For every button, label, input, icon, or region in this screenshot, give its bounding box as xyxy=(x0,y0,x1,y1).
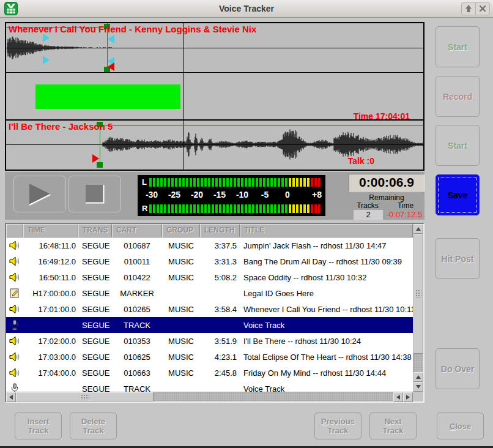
scroll-up-button[interactable] xyxy=(413,224,423,234)
record-button[interactable]: Record xyxy=(436,76,480,117)
waveform-panel[interactable]: Whenever I Call You Friend - Kenny Loggi… xyxy=(5,22,424,171)
delete-track-button[interactable]: DeleteTrack xyxy=(70,413,117,439)
log-row[interactable]: SEGUETRACKVoice Track xyxy=(6,317,413,333)
cell-c3: 010353 xyxy=(112,337,162,346)
log-row[interactable]: H17:00:00.0SEGUEMARKERLegal ID Goes Here xyxy=(6,285,413,301)
vertical-scroll-track[interactable] xyxy=(413,354,423,372)
scroll-up-button-2[interactable] xyxy=(413,372,423,382)
scroll-down-button[interactable] xyxy=(413,382,423,392)
horizontal-scrollbar[interactable] xyxy=(6,392,413,401)
segue-marker-icon[interactable] xyxy=(108,62,114,71)
cell-c6: Bang The Drum All Day -- rdhost 11/30 09… xyxy=(240,257,413,266)
vu-segment xyxy=(215,204,218,213)
vu-segment xyxy=(171,178,174,187)
scroll-left-button-2[interactable] xyxy=(393,392,403,402)
fade-marker-icon[interactable] xyxy=(108,35,114,43)
cell-c1: 16:50:11.0 xyxy=(23,273,78,282)
vu-segment xyxy=(267,204,269,213)
previous-track-button[interactable]: PreviousTrack xyxy=(314,413,361,439)
do-over-button[interactable]: Do Over xyxy=(436,348,480,389)
vu-segment xyxy=(197,204,199,213)
start-2-button[interactable]: Start xyxy=(436,125,480,166)
log-row[interactable]: 17:04:00.0SEGUE010663MUSIC2:45.8Friday O… xyxy=(6,365,413,381)
log-table-body: 16:48:11.0SEGUE010687MUSIC3:37.5Jumpin' … xyxy=(6,237,413,400)
remaining-time-label: Time xyxy=(387,201,424,210)
vu-segment xyxy=(241,204,243,213)
cell-c6: I'll Be There -- rdhost 11/30 10:24 xyxy=(240,337,413,346)
log-row[interactable]: 17:01:00.0SEGUE010265MUSIC3:58.4Whenever… xyxy=(6,301,413,317)
cell-c3: 010663 xyxy=(112,368,162,378)
column-header-length[interactable]: LENGTH xyxy=(200,224,240,237)
vertical-scroll-thumb[interactable] xyxy=(413,234,423,354)
vu-segment xyxy=(149,204,152,213)
vu-segment xyxy=(281,178,284,187)
scroll-right-button[interactable] xyxy=(403,392,413,402)
vu-meter: L -30-25-20-15-10-50+8 R xyxy=(138,175,325,216)
thumb-grip-icon xyxy=(415,289,421,298)
log-row[interactable]: 16:48:11.0SEGUE010687MUSIC3:37.5Jumpin' … xyxy=(6,237,413,253)
vu-segment xyxy=(193,178,196,187)
vu-segment xyxy=(318,178,321,187)
vu-segment xyxy=(204,204,207,213)
stop-icon xyxy=(83,182,107,206)
play-icon xyxy=(24,181,55,207)
horizontal-scroll-thumb[interactable] xyxy=(16,392,154,401)
log-table: TIMETRANSCARTGROUPLENGTHTITLE 16:48:11.0… xyxy=(5,223,424,403)
vu-segment xyxy=(186,204,188,213)
start-1-button[interactable]: Start xyxy=(436,26,480,67)
vu-segment xyxy=(237,204,240,213)
vu-segment xyxy=(179,204,181,213)
maximize-button[interactable] xyxy=(462,2,475,15)
vu-segment xyxy=(168,204,170,213)
column-header-title[interactable]: TITLE xyxy=(240,224,413,237)
column-header-time[interactable]: TIME xyxy=(23,224,78,237)
vu-segment xyxy=(201,204,203,213)
cell-c2: SEGUE xyxy=(78,368,112,378)
hit-post-button[interactable]: Hit Post xyxy=(436,238,480,279)
column-header-group[interactable]: GROUP xyxy=(162,224,200,237)
vu-segment xyxy=(241,178,243,187)
segue-marker-icon[interactable] xyxy=(92,154,99,163)
cell-c6: Voice Track xyxy=(240,321,413,330)
next-track-button[interactable]: NextTrack xyxy=(369,413,417,439)
fade-marker-icon[interactable] xyxy=(43,34,50,42)
cell-c1: H17:00:00.0 xyxy=(23,289,78,298)
vu-segment xyxy=(307,204,310,213)
vu-segment xyxy=(289,204,291,213)
vu-segment xyxy=(263,178,265,187)
vu-segment xyxy=(314,178,317,187)
vertical-scrollbar[interactable] xyxy=(413,224,423,392)
vu-segment xyxy=(285,178,287,187)
cell-c5: 4:23.1 xyxy=(200,353,240,362)
fade-marker-icon[interactable] xyxy=(43,56,50,64)
vu-segment xyxy=(149,178,152,187)
cell-c2: SEGUE xyxy=(78,337,112,346)
vu-segment xyxy=(193,204,196,213)
play-button[interactable] xyxy=(13,176,66,212)
log-row[interactable]: 17:03:00.0SEGUE010625MUSIC4:23.1Total Ec… xyxy=(6,349,413,365)
vu-scale-tick: -30 xyxy=(146,190,158,200)
close-window-button[interactable] xyxy=(475,2,489,15)
start-handle-bottom-icon[interactable] xyxy=(97,162,103,168)
column-header-cart[interactable]: CART xyxy=(112,224,162,237)
cell-c2: SEGUE xyxy=(78,257,112,266)
log-row[interactable]: 17:02:00.0SEGUE010353MUSIC3:51.9I'll Be … xyxy=(6,333,413,349)
voice-track-bar[interactable] xyxy=(35,84,180,109)
vu-scale-tick: -5 xyxy=(261,190,269,200)
vu-segment xyxy=(300,178,302,187)
log-row[interactable]: 16:50:11.0SEGUE010422MUSIC5:08.2Space Od… xyxy=(6,269,413,285)
wall-time-label: Time 17:04:01 xyxy=(354,111,410,121)
scroll-left-button[interactable] xyxy=(6,392,16,402)
log-row[interactable]: 16:49:12.0SEGUE010011MUSIC3:31.3Bang The… xyxy=(6,253,413,269)
vu-segment xyxy=(307,178,310,187)
cell-c6: Friday On My Mind -- rdhost 11/30 14:44 xyxy=(240,368,413,378)
stop-button[interactable] xyxy=(69,176,121,212)
column-header-trans[interactable]: TRANS xyxy=(78,224,112,237)
vu-segment xyxy=(263,204,265,213)
close-button[interactable]: Close xyxy=(437,413,484,439)
insert-track-button[interactable]: InsertTrack xyxy=(15,413,62,439)
column-header-icon[interactable] xyxy=(6,224,23,237)
vu-segment xyxy=(226,178,229,187)
horizontal-scroll-track[interactable] xyxy=(154,392,393,401)
save-button[interactable]: Save xyxy=(436,174,480,215)
